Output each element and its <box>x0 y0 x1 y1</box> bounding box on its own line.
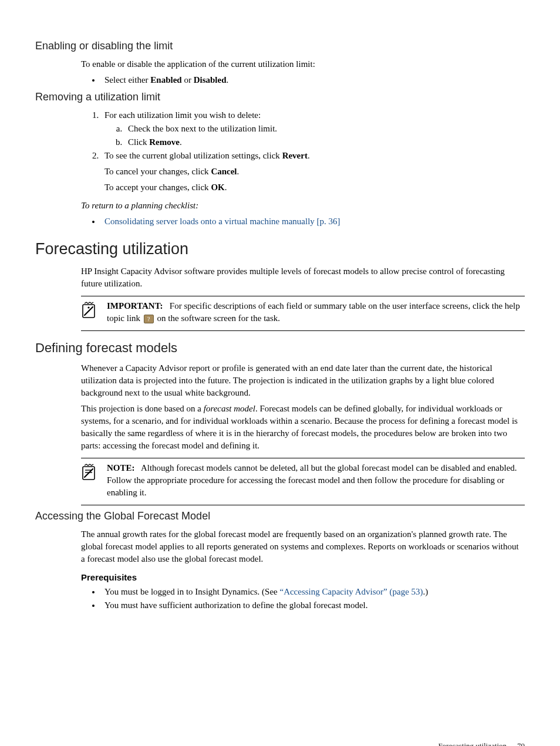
footer-label: Forecasting utilization <box>438 741 507 746</box>
link-accessing-capacity-advisor[interactable]: “Accessing Capacity Advisor” (page 53) <box>279 587 423 596</box>
heading-forecasting-utilization: Forecasting utilization <box>35 238 525 261</box>
text: on the software screen for the task. <box>155 313 280 323</box>
label-important: IMPORTANT: <box>107 301 163 310</box>
list-item: To see the current global utilization se… <box>101 150 525 194</box>
list-item: Click Remove. <box>124 136 525 148</box>
paragraph: To cancel your changes, click Cancel. <box>104 166 525 178</box>
divider <box>81 296 525 296</box>
heading-prerequisites: Prerequisites <box>81 571 525 583</box>
text: . <box>225 183 227 192</box>
text: For each utilization limit you wish to d… <box>104 110 261 120</box>
paragraph: To enable or disable the application of … <box>81 58 525 70</box>
text: .) <box>423 587 429 596</box>
list-item: For each utilization limit you wish to d… <box>101 109 525 148</box>
text: . <box>237 167 239 176</box>
svg-point-1 <box>87 307 89 309</box>
heading-defining-forecast-models: Defining forecast models <box>35 339 525 357</box>
label-cancel: Cancel <box>211 167 237 176</box>
label-ok: OK <box>211 183 224 192</box>
label-enabled: Enabled <box>150 75 181 85</box>
list-item: Check the box next to the utilization li… <box>124 123 525 135</box>
divider <box>81 458 525 458</box>
page-number: 79 <box>517 741 525 746</box>
text: This projection is done based on a <box>81 404 204 413</box>
label-note: NOTE: <box>107 463 135 472</box>
text: Click <box>128 137 149 147</box>
text: To accept your changes, click <box>104 183 211 192</box>
list-item: Select either Enabled or Disabled. <box>101 74 525 86</box>
text: To cancel your changes, click <box>104 167 211 176</box>
help-icon[interactable]: ? <box>144 315 154 323</box>
paragraph: HP Insight Capacity Advisor software pro… <box>81 265 525 290</box>
paragraph: This projection is done based on a forec… <box>81 403 525 452</box>
text: . <box>308 151 310 160</box>
text: To see the current global utilization se… <box>104 151 282 160</box>
text: Select either <box>104 75 150 85</box>
callout-text: NOTE: Although forecast models cannot be… <box>107 462 525 499</box>
important-icon <box>81 301 99 325</box>
text: . <box>180 137 182 147</box>
paragraph: The annual growth rates for the global f… <box>81 528 525 565</box>
text: . <box>227 75 229 85</box>
page-footer: Forecasting utilization79 <box>35 741 525 746</box>
heading-enabling-disabling-limit: Enabling or disabling the limit <box>35 39 525 53</box>
paragraph: To accept your changes, click OK. <box>104 181 525 194</box>
heading-accessing-global-forecast-model: Accessing the Global Forecast Model <box>35 509 525 524</box>
callout-important: IMPORTANT: For specific descriptions of … <box>81 300 525 325</box>
return-label: To return to a planning checklist: <box>81 200 525 212</box>
label-remove: Remove <box>149 137 180 147</box>
link-consolidating[interactable]: Consolidating server loads onto a virtua… <box>104 217 340 226</box>
text: You must be logged in to Insight Dynamic… <box>104 587 279 596</box>
divider <box>81 330 525 331</box>
list-item: Consolidating server loads onto a virtua… <box>101 215 525 228</box>
note-icon <box>81 463 99 499</box>
divider <box>81 505 525 505</box>
paragraph: Whenever a Capacity Advisor report or pr… <box>81 362 525 399</box>
callout-note: NOTE: Although forecast models cannot be… <box>81 462 525 499</box>
list-item: You must be logged in to Insight Dynamic… <box>101 586 525 598</box>
label-revert: Revert <box>282 151 308 160</box>
list-item: You must have sufficient authorization t… <box>101 599 525 612</box>
heading-removing-utilization-limit: Removing a utilization limit <box>35 90 525 104</box>
term-forecast-model: forecast model <box>204 404 255 413</box>
text: Although forecast models cannot be delet… <box>107 463 517 497</box>
text: or <box>182 75 194 85</box>
callout-text: IMPORTANT: For specific descriptions of … <box>107 300 525 325</box>
label-disabled: Disabled <box>194 75 227 85</box>
